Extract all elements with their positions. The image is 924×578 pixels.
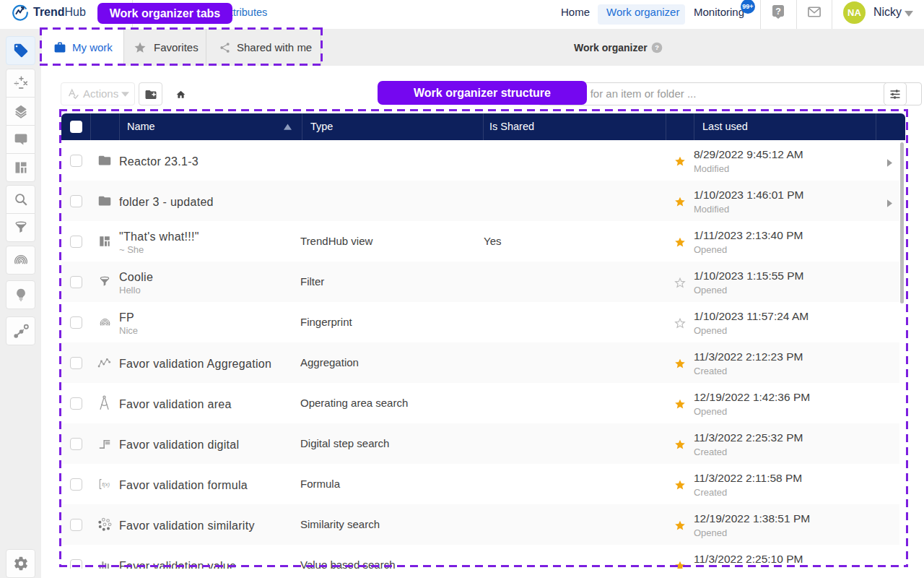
svg-text:?: ?	[775, 7, 781, 17]
svg-text:?: ?	[655, 44, 659, 51]
